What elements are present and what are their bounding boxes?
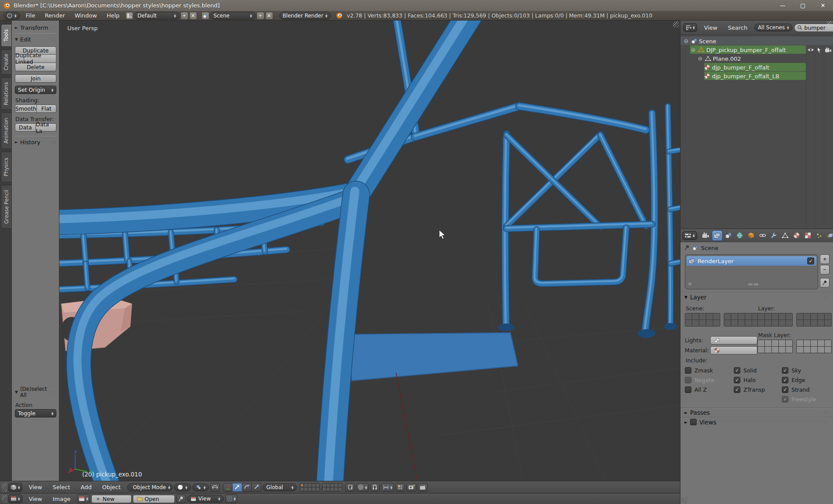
- layer-cell[interactable]: [765, 320, 771, 326]
- properties-tab-object-data[interactable]: [780, 230, 791, 241]
- lights-override-field[interactable]: [710, 336, 757, 344]
- scale-manipulator-button[interactable]: [252, 483, 261, 492]
- layer-cell[interactable]: [804, 313, 810, 320]
- properties-tab-texture[interactable]: [803, 230, 813, 241]
- layer-cell[interactable]: [304, 487, 308, 491]
- include-zmask-checkbox[interactable]: Zmask: [685, 365, 734, 375]
- layer-cell[interactable]: [779, 320, 785, 326]
- layer-cell[interactable]: [797, 320, 803, 326]
- layer-cell[interactable]: [745, 313, 752, 320]
- snap-toggle-button[interactable]: [370, 483, 380, 492]
- layer-cell[interactable]: [699, 320, 706, 326]
- view3d-menu-add[interactable]: Add: [76, 484, 97, 490]
- add-screen-layout-button[interactable]: ＋: [180, 12, 188, 20]
- layer-cell[interactable]: [323, 487, 326, 491]
- image-new-button[interactable]: ＋New: [91, 495, 132, 503]
- screen-layout-selector[interactable]: Default▲▼: [134, 12, 180, 20]
- layer-cell[interactable]: [765, 313, 771, 320]
- layer-cell[interactable]: [797, 313, 803, 320]
- data-layout-button[interactable]: Data La: [36, 123, 56, 132]
- scene-layers-grid-a[interactable]: [685, 313, 720, 327]
- outliner-row-plane-002[interactable]: ⊖Plane.002: [680, 54, 833, 63]
- layer-cell[interactable]: [706, 320, 713, 326]
- image-open-button[interactable]: Open: [133, 495, 175, 503]
- layer-cell[interactable]: [779, 313, 785, 320]
- pivot-point-selector[interactable]: ▲▼: [192, 483, 209, 491]
- properties-tab-render-layers[interactable]: [712, 230, 722, 241]
- layer-cell[interactable]: [825, 313, 831, 320]
- layer-cell[interactable]: [825, 340, 831, 346]
- layer-cell[interactable]: [818, 347, 824, 353]
- layer-cell[interactable]: [692, 313, 699, 320]
- outliner-row-djp-bumper-f-offalt[interactable]: djp_bumper_F_offalt: [680, 63, 833, 72]
- material-override-field[interactable]: [710, 346, 757, 355]
- layer-cell[interactable]: [811, 320, 817, 326]
- menu-help[interactable]: Help: [102, 12, 125, 19]
- layer-cell[interactable]: [811, 313, 817, 320]
- layer-cell[interactable]: [724, 320, 731, 326]
- layer-cell[interactable]: [825, 320, 831, 326]
- layer-cell[interactable]: [699, 313, 706, 320]
- properties-editor-type-button[interactable]: ▲▼: [682, 231, 697, 240]
- include-strand-checkbox[interactable]: ✓Strand: [782, 385, 831, 394]
- transform-orientation-selector[interactable]: Global▲▼: [263, 483, 297, 491]
- menu-render[interactable]: Render: [40, 12, 69, 19]
- view3d-menu-select[interactable]: Select: [47, 484, 75, 490]
- outliner-row-scene[interactable]: ⊖Scene: [680, 37, 833, 45]
- include-solid-checkbox[interactable]: ✓Solid: [734, 365, 782, 375]
- visibility-eye-icon[interactable]: [807, 47, 814, 53]
- opengl-render-image-button[interactable]: [406, 483, 416, 492]
- layer-cell[interactable]: [330, 487, 334, 491]
- delete-screen-layout-button[interactable]: ✕: [189, 12, 197, 20]
- manipulator-toggle-button[interactable]: [223, 483, 233, 492]
- layer-cell[interactable]: [804, 340, 810, 346]
- add-scene-button[interactable]: ＋: [257, 12, 264, 20]
- layer-cell[interactable]: [758, 340, 764, 346]
- include-negate-checkbox[interactable]: Negate: [685, 375, 734, 385]
- layer-cell[interactable]: [312, 483, 316, 487]
- layer-cell[interactable]: [765, 347, 771, 353]
- pivot-align-toggle[interactable]: [210, 483, 220, 492]
- view3d-editor-type-button[interactable]: ▲▼: [8, 483, 22, 492]
- layer-cell[interactable]: [804, 320, 810, 326]
- layer-cell[interactable]: [772, 347, 778, 353]
- layer-cell[interactable]: [797, 347, 803, 353]
- outliner-menu-view[interactable]: View: [699, 24, 723, 31]
- include-all-z-checkbox[interactable]: All Z: [685, 385, 734, 394]
- properties-tab-world[interactable]: [735, 230, 745, 241]
- layer-cell[interactable]: [338, 487, 342, 491]
- layer-cell[interactable]: [811, 340, 817, 346]
- shelf-tab-create[interactable]: Create: [1, 49, 11, 75]
- menu-window[interactable]: Window: [70, 12, 102, 19]
- minimize-button[interactable]: —: [773, 0, 793, 11]
- layer-cell[interactable]: [731, 313, 738, 320]
- layer-cell[interactable]: [786, 320, 792, 326]
- pin-render-layer-button[interactable]: [820, 278, 830, 288]
- properties-tab-modifiers[interactable]: [769, 230, 779, 241]
- layer-cell[interactable]: [786, 347, 792, 353]
- flat-button[interactable]: Flat: [37, 104, 56, 113]
- rotate-manipulator-button[interactable]: [242, 483, 252, 492]
- outliner-row-djp-pickup-bumper-f-offalt[interactable]: ⊖DJP_pickup_bumper_F_offalt: [680, 45, 833, 54]
- shelf-tab-relations[interactable]: Relations: [1, 77, 11, 110]
- render-engine-selector[interactable]: Blender Render▲▼: [279, 12, 331, 20]
- history-panel-header[interactable]: ►History::::: [15, 138, 56, 146]
- image-editor-type-button[interactable]: ▲▼: [8, 494, 22, 503]
- duplicate-linked-button[interactable]: Duplicate Linked: [15, 55, 56, 63]
- layer-cell[interactable]: [308, 487, 312, 491]
- layer-cell[interactable]: [758, 313, 764, 320]
- view3d-menu-object[interactable]: Object: [97, 484, 126, 490]
- layer-cell[interactable]: [786, 313, 792, 320]
- layer-cell[interactable]: [300, 483, 304, 487]
- layer-cell[interactable]: [685, 313, 692, 320]
- layer-cell[interactable]: [797, 340, 803, 346]
- outliner-editor-type-button[interactable]: ▲▼: [683, 23, 697, 32]
- scene-layers-grid-b[interactable]: [724, 313, 759, 327]
- remove-render-layer-button[interactable]: －: [820, 265, 830, 275]
- include-ztransp-checkbox[interactable]: ✓ZTransp: [734, 385, 782, 394]
- layer-cell[interactable]: [312, 487, 316, 491]
- transform-panel-header[interactable]: ►Transform::::: [15, 23, 56, 32]
- visible-layers-grid-a[interactable]: [757, 313, 793, 327]
- image-pivot-button[interactable]: ▲▼: [225, 494, 238, 503]
- layer-cell[interactable]: [738, 320, 745, 326]
